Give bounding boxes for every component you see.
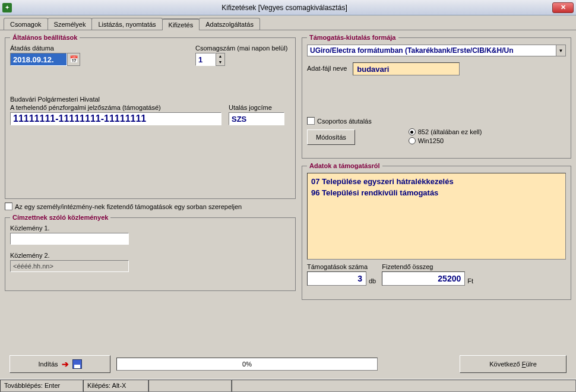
transfer-title-block: Utalás jogcíme xyxy=(229,104,284,125)
pkgnum-label: Csomagszám (mai napon belül) xyxy=(195,45,287,52)
transfer-title-label: Utalás jogcíme xyxy=(229,104,284,111)
count-label: Támogatások száma xyxy=(307,263,376,270)
pkgnum-spinner: ▲ ▼ xyxy=(195,53,287,66)
radio-852-label: 852 (általában ez kell) xyxy=(418,128,482,135)
radio-icon xyxy=(409,137,416,144)
format-text: UGiro/Electra formátumban (Takarékbank/E… xyxy=(308,45,556,56)
msg1-input[interactable] xyxy=(10,233,129,245)
format-dropdown[interactable]: UGiro/Electra formátumban (Takarékbank/E… xyxy=(307,45,566,56)
amount-value: 25200 xyxy=(382,271,465,286)
office-name: Budavári Polgármesteri Hivatal xyxy=(10,96,290,103)
close-button[interactable]: ✕ xyxy=(552,2,574,13)
radio-1250[interactable]: Win1250 xyxy=(409,137,482,144)
tab-listazas[interactable]: Listázás, nyomtatás xyxy=(91,18,162,30)
calendar-button[interactable]: 📅 xyxy=(67,53,80,66)
progress-bar: 0% xyxy=(116,358,378,371)
group-transfer-label: Csoportos átutalás xyxy=(317,118,372,125)
status-empty2 xyxy=(232,380,576,392)
account-input[interactable] xyxy=(10,112,221,125)
checkbox-icon xyxy=(5,203,12,210)
arrow-right-icon: ➔ xyxy=(62,359,69,369)
radio-icon-selected xyxy=(409,128,416,135)
date-block: Átadás dátuma 📅 xyxy=(10,45,188,66)
tab-csomagok[interactable]: Csomagok xyxy=(4,18,48,30)
date-label: Átadás dátuma xyxy=(10,45,188,52)
disk-icon xyxy=(72,359,82,369)
row-date-pkg: Átadás dátuma 📅 Csomagszám (mai napon be… xyxy=(10,45,290,66)
pkgnum-arrows: ▲ ▼ xyxy=(216,53,225,66)
msg1-label: Közlemény 1. xyxy=(10,225,290,232)
account-row: A terhelendő pénzforgalmi jelzőszáma (tá… xyxy=(10,104,290,125)
pkgnum-down[interactable]: ▼ xyxy=(216,59,224,65)
next-tab-button[interactable]: Következő Fülre xyxy=(460,355,566,373)
pkgnum-block: Csomagszám (mai napon belül) ▲ ▼ xyxy=(195,45,287,66)
support-data-group: Adatok a támogatásról 07 Települése egys… xyxy=(302,162,571,300)
count-block: Támogatások száma 3 db xyxy=(307,263,376,286)
date-input[interactable] xyxy=(10,53,67,66)
next-prefix: Következő xyxy=(489,361,521,368)
amount-label: Fizetendő összeg xyxy=(382,263,473,270)
file-input[interactable] xyxy=(353,62,460,75)
tab-szemelyek[interactable]: Személyek xyxy=(48,18,93,30)
pkgnum-up[interactable]: ▲ xyxy=(216,53,224,59)
app-icon: ✦ xyxy=(2,3,12,12)
counts-row: Támogatások száma 3 db Fizetendő összeg … xyxy=(307,263,566,286)
count-unit: db xyxy=(369,277,376,286)
list-item[interactable]: 07 Települése egyszeri hátralékkezelés xyxy=(311,177,562,186)
columns: Általános beállítások Átadás dátuma 📅 Cs… xyxy=(5,34,571,304)
start-label: Indítás xyxy=(38,361,58,368)
pkgnum-input[interactable] xyxy=(195,53,216,66)
messages-legend: Címzettnek szóló közlemények xyxy=(10,214,110,221)
tab-content: Általános beállítások Átadás dátuma 📅 Cs… xyxy=(0,30,576,379)
file-label: Adat-fájl neve xyxy=(307,65,347,72)
bottom-bar: Indítás ➔ 0% Következő Fülre xyxy=(5,353,571,375)
msg2-label: Közlemény 2. xyxy=(10,252,290,259)
one-row-checkbox[interactable]: Az egy személy/intézmény-nek fizetendő t… xyxy=(5,203,296,210)
payout-form-group: Támogatás-kiutalás formája UGiro/Electra… xyxy=(302,34,571,159)
status-empty1 xyxy=(148,380,232,392)
status-exit: Kilépés: Alt-X xyxy=(83,380,148,392)
window-title: Kifizetések [Vegyes csomagkiválasztás] xyxy=(17,4,552,12)
next-suffix: ülre xyxy=(526,361,536,368)
payout-legend: Támogatás-kiutalás formája xyxy=(307,34,398,41)
titlebar: ✦ Kifizetések [Vegyes csomagkiválasztás]… xyxy=(0,0,576,15)
account-block: A terhelendő pénzforgalmi jelzőszáma (tá… xyxy=(10,104,221,125)
modify-row: Módosítás 852 (általában ez kell) Win125… xyxy=(307,128,566,146)
tab-kifizetes[interactable]: Kifizetés xyxy=(162,18,200,30)
general-legend: Általános beállítások xyxy=(10,34,80,41)
messages-group: Címzettnek szóló közlemények Közlemény 1… xyxy=(5,214,296,291)
checkbox-icon xyxy=(307,117,315,125)
support-list[interactable]: 07 Települése egyszeri hátralékkezelés 9… xyxy=(307,173,566,260)
file-row: Adat-fájl neve xyxy=(307,62,566,75)
support-legend: Adatok a támogatásról xyxy=(307,162,382,169)
modify-button[interactable]: Módosítás xyxy=(307,129,355,145)
count-value: 3 xyxy=(307,271,366,286)
general-settings-group: Általános beállítások Átadás dátuma 📅 Cs… xyxy=(5,34,296,199)
group-transfer-checkbox[interactable]: Csoportos átutalás xyxy=(307,117,566,125)
app-window: ✦ Kifizetések [Vegyes csomagkiválasztás]… xyxy=(0,0,576,392)
msg2-input[interactable] xyxy=(10,260,129,272)
radio-1250-label: Win1250 xyxy=(418,137,444,144)
transfer-title-input[interactable] xyxy=(229,112,284,125)
tabstrip: Csomagok Személyek Listázás, nyomtatás K… xyxy=(0,15,576,30)
encoding-radios: 852 (általában ez kell) Win1250 xyxy=(409,128,482,146)
date-row: 📅 xyxy=(10,53,188,66)
amount-block: Fizetendő összeg 25200 Ft xyxy=(382,263,473,286)
progress-text: 0% xyxy=(242,361,252,368)
account-label: A terhelendő pénzforgalmi jelzőszáma (tá… xyxy=(10,104,221,111)
right-column: Támogatás-kiutalás formája UGiro/Electra… xyxy=(302,34,571,304)
chevron-down-icon: ▼ xyxy=(556,45,565,56)
list-item[interactable]: 96 Települési rendkívüli támogatás xyxy=(311,188,562,197)
amount-unit: Ft xyxy=(467,277,473,286)
status-next: Továbblépés: Enter xyxy=(0,380,83,392)
left-column: Általános beállítások Átadás dátuma 📅 Cs… xyxy=(5,34,296,304)
start-button[interactable]: Indítás ➔ xyxy=(10,355,110,373)
status-bar: Továbblépés: Enter Kilépés: Alt-X xyxy=(0,379,576,392)
one-row-label: Az egy személy/intézmény-nek fizetendő t… xyxy=(15,203,242,210)
radio-852[interactable]: 852 (általában ez kell) xyxy=(409,128,482,135)
tab-adatszolgaltatas[interactable]: Adatszolgáltatás xyxy=(199,18,260,30)
